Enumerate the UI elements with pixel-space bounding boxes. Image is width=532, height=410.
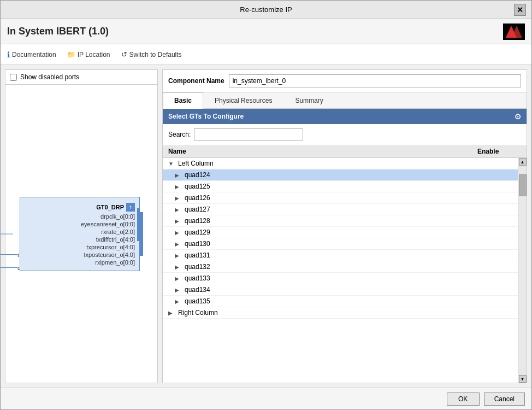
component-name-input[interactable] [229,74,521,87]
chevron-quad134: ▶ [175,287,181,293]
add-port-button[interactable]: + [126,203,135,212]
tree-item-quad127[interactable]: ▶ quad127 [163,204,518,215]
documentation-label: Documentation [12,51,56,58]
chevron-left-column: ▼ [168,161,175,167]
tab-summary[interactable]: Summary [283,92,334,109]
documentation-link[interactable]: ℹ Documentation [7,50,56,59]
tree-item-quad125-label: quad125 [185,183,210,190]
header-section: ℹ Documentation 📁 IP Location ↺ Switch t… [1,44,531,65]
left-panel-toolbar: Show disabled ports [5,70,157,85]
chevron-quad130: ▶ [175,241,181,247]
search-row: Search: 🔍 [163,124,527,145]
tab-content: Select GTs To Configure ⊙ Search: 🔍 Name… [163,109,527,383]
tree-scrollbar-area: ▼ Left Column ▶ quad124 ▶ quad125 ▶ [163,158,527,383]
bottom-bar: OK Cancel [1,388,531,409]
tree-item-right-column-label: Right Column [178,309,218,317]
table-header: Name Enable [163,145,527,158]
port-txdiffctrl: txdiffctrl_o[4:0] [22,236,137,243]
tree-item-quad127-label: quad127 [185,206,210,213]
chevron-quad126: ▶ [175,195,181,201]
port-txpostcursor: txpostcursor_o[4:0] [22,251,137,259]
tree-item-quad133[interactable]: ▶ quad133 [163,273,518,284]
tree-item-quad125[interactable]: ▶ quad125 [163,181,518,192]
scroll-thumb[interactable] [519,174,527,196]
chevron-quad133: ▶ [175,276,181,282]
tree-item-quad128[interactable]: ▶ quad128 [163,215,518,227]
close-button[interactable]: ✕ [514,4,526,16]
right-panel: Component Name Basic Physical Resources … [162,69,527,383]
tree-item-quad132-label: quad132 [185,263,210,271]
show-disabled-ports-input[interactable] [10,74,17,81]
chevron-quad127: ▶ [175,207,181,213]
chevron-quad135: ▶ [175,298,181,304]
ok-button[interactable]: OK [447,393,480,406]
collapse-button[interactable]: ⊙ [515,112,521,121]
tree-item-quad131-label: quad131 [185,251,210,259]
tree-item-quad135[interactable]: ▶ quad135 [163,296,518,307]
show-disabled-ports-label: Show disabled ports [20,73,79,81]
tree-item-quad131[interactable]: ▶ quad131 [163,250,518,261]
port-bar-right [140,212,143,256]
section-header: Select GTs To Configure ⊙ [163,109,527,124]
chevron-right-column: ▶ [168,310,175,316]
scrollbar: ▲ ▼ [518,158,527,383]
tree-item-quad126[interactable]: ▶ quad126 [163,192,518,204]
col-name-header: Name [168,148,477,155]
chevron-quad124: ▶ [175,172,181,178]
col-enable-header: Enable [477,148,521,155]
tree-item-quad130-label: quad130 [185,240,210,248]
amd-logo [503,24,525,40]
title-bar: Re-customize IP ✕ [1,1,531,19]
tab-physical-resources[interactable]: Physical Resources [203,92,283,109]
chevron-quad131: ▶ [175,253,181,259]
search-label: Search: [168,131,191,138]
tabs-row: Basic Physical Resources Summary [163,92,527,109]
component-header: GT0_DRP + [22,202,137,213]
search-wrapper: 🔍 [194,128,303,140]
scroll-down-button[interactable]: ▼ [519,375,527,383]
component-box: GT0_DRP + drpclk_o[0:0] eyescanreset_o[0… [20,197,140,271]
scroll-up-button[interactable]: ▲ [519,158,527,166]
tab-basic[interactable]: Basic [163,92,203,109]
component-name-row: Component Name [163,70,527,92]
chevron-quad132: ▶ [175,264,181,270]
tree-item-quad129[interactable]: ▶ quad129 [163,227,518,238]
window-title: Re-customize IP [18,5,514,14]
ip-location-label: IP Location [78,51,110,58]
ip-location-link[interactable]: 📁 IP Location [67,51,110,58]
tree-item-quad132[interactable]: ▶ quad132 [163,261,518,273]
tree-item-quad133-label: quad133 [185,274,210,282]
port-drpclk: drpclk_o[0:0] [22,213,137,220]
section-title: Select GTs To Configure [168,113,244,120]
left-panel: Show disabled ports [5,69,158,383]
tree-item-quad124[interactable]: ▶ quad124 [163,169,518,181]
tree-item-quad134[interactable]: ▶ quad134 [163,284,518,296]
tree-item-quad130[interactable]: ▶ quad130 [163,238,518,250]
tree-item-left-column[interactable]: ▼ Left Column [163,158,518,169]
main-content: Show disabled ports [1,65,531,388]
search-input[interactable] [194,128,303,140]
chevron-quad128: ▶ [175,218,181,224]
switch-defaults-link[interactable]: ↺ Switch to Defaults [121,50,182,58]
folder-icon: 📁 [67,51,75,58]
tree-item-right-column[interactable]: ▶ Right Column [163,307,518,319]
switch-defaults-label: Switch to Defaults [129,51,182,58]
port-rxrate: rxrate_o[2:0] [22,228,137,236]
info-icon: ℹ [7,50,10,59]
port-rxlpmen: rxlpmen_o[0:0] [22,259,137,266]
tree-item-quad126-label: quad126 [185,194,210,202]
tree-item-quad129-label: quad129 [185,229,210,236]
show-disabled-ports-checkbox[interactable]: Show disabled ports [10,73,79,81]
port-txprecursor: txprecursor_o[4:0] [22,243,137,251]
component-name-label: Component Name [168,77,224,85]
port-eyescanreset: eyescanreset_o[0:0] [22,220,137,228]
chevron-quad129: ▶ [175,230,181,236]
refresh-icon: ↺ [121,50,127,58]
main-window: Re-customize IP ✕ In System IBERT (1.0) … [0,0,532,410]
component-title: GT0_DRP [96,204,124,210]
tree-area: ▼ Left Column ▶ quad124 ▶ quad125 ▶ [163,158,518,383]
diagram-area: rxoutclk_i[0:0] clk GT0_DRP + [5,85,157,383]
chevron-quad125: ▶ [175,184,181,190]
toolbar: In System IBERT (1.0) [1,19,531,44]
cancel-button[interactable]: Cancel [484,393,525,406]
